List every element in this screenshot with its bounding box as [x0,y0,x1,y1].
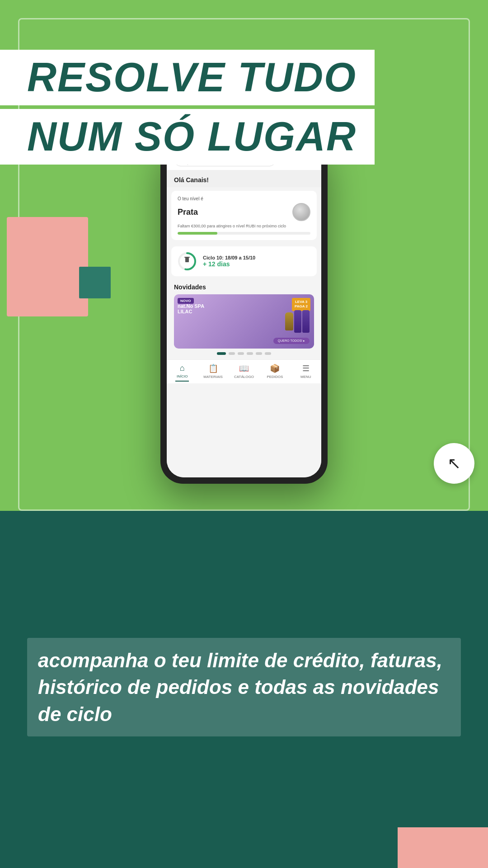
nav-pedidos-icon: 📦 [270,363,280,373]
svg-rect-2 [185,258,189,262]
level-name: Prata [178,208,198,217]
nav-materiais-label: MATERIAIS [203,375,223,379]
headline-line1-text: RESOLVE TUDO [27,55,357,100]
cursor-icon: ↖ [447,454,461,473]
nav-inicio[interactable]: ⌂ INÍCIO [167,363,197,382]
product-3 [302,310,310,333]
phone-frame: Pesquisar por ... 🛒 🛍 Olá Canais! O teu … [160,140,328,484]
progress-fill [178,232,217,235]
app-screen: Pesquisar por ... 🛒 🛍 Olá Canais! O teu … [167,146,321,477]
nav-home-icon: ⌂ [180,363,185,373]
level-desc: Faltam €300,00 para atingires o nível RU… [178,224,310,228]
pink-rect-decoration [7,217,88,316]
nav-materiais-icon: 📋 [208,363,218,373]
cycle-icon [178,252,197,271]
novidades-title: Novidades [174,283,314,291]
promo-button[interactable]: QUERO TODOS! ▸ [273,338,310,344]
medal-icon [292,203,310,221]
cycle-info: Ciclo 10: 18/09 a 15/10 + 12 dias [203,255,310,268]
level-label: O teu nível é [178,196,310,201]
product-1 [285,312,293,330]
phone-mockup: Pesquisar por ... 🛒 🛍 Olá Canais! O teu … [160,140,328,484]
dot-2[interactable] [229,352,235,355]
headline: RESOLVE TUDO NUM SÓ LUGAR [0,50,375,165]
nav-menu[interactable]: ☰ MENU [291,363,321,382]
promo-products [285,299,310,344]
dot-3[interactable] [238,352,244,355]
top-section: RESOLVE TUDO NUM SÓ LUGAR Pesquisar por … [0,0,488,511]
nav-catalogo[interactable]: 📖 CATÁLOGO [229,363,259,382]
bottom-section: acompanha o teu limite de crédito, fatur… [0,511,488,868]
headline-line2-text: NUM SÓ LUGAR [27,114,357,159]
nav-underline [175,381,189,382]
dot-5[interactable] [256,352,262,355]
promo-brand: nat.No SPA LILAC [178,303,204,314]
nav-pedidos[interactable]: 📦 PEDIDOS [259,363,290,382]
dot-6[interactable] [265,352,271,355]
bottom-nav: ⌂ INÍCIO 📋 MATERIAIS 📖 CATÁLOGO [167,359,321,383]
nav-catalogo-icon: 📖 [239,363,249,373]
bottom-text-block: acompanha o teu limite de crédito, fatur… [27,638,461,736]
carousel-dots [174,349,314,357]
cycle-title: Ciclo 10: 18/09 a 15/10 [203,255,310,260]
nav-pedidos-label: PEDIDOS [267,375,283,379]
greeting-section: Olá Canais! [167,170,321,187]
phone-screen: Pesquisar por ... 🛒 🛍 Olá Canais! O teu … [167,146,321,477]
progress-bar [178,232,310,235]
greeting-text: Olá Canais! [174,176,314,184]
bottom-description: acompanha o teu limite de crédito, fatur… [38,647,450,727]
nav-catalogo-label: CATÁLOGO [234,375,254,379]
cycle-card[interactable]: Ciclo 10: 18/09 a 15/10 + 12 dias [171,246,317,276]
product-2 [294,310,301,333]
nav-materiais[interactable]: 📋 MATERIAIS [197,363,228,382]
cursor-circle: ↖ [434,443,474,484]
dot-1[interactable] [217,352,226,355]
nav-menu-icon: ☰ [302,363,310,373]
dot-4[interactable] [247,352,253,355]
bottom-pink-decoration [398,827,488,868]
cycle-days: + 12 dias [203,260,310,268]
level-card[interactable]: O teu nível é Prata Faltam €300,00 para … [171,191,317,240]
nav-inicio-label: INÍCIO [177,374,188,378]
novidades-section: Novidades NOVO nat.No SPA LILAC LEVA 3PA… [167,279,321,359]
promo-banner[interactable]: NOVO nat.No SPA LILAC LEVA 3PAGA 2 [174,294,314,349]
teal-rect-decoration [79,267,111,298]
nav-menu-label: MENU [300,375,311,379]
svg-rect-3 [184,257,190,258]
